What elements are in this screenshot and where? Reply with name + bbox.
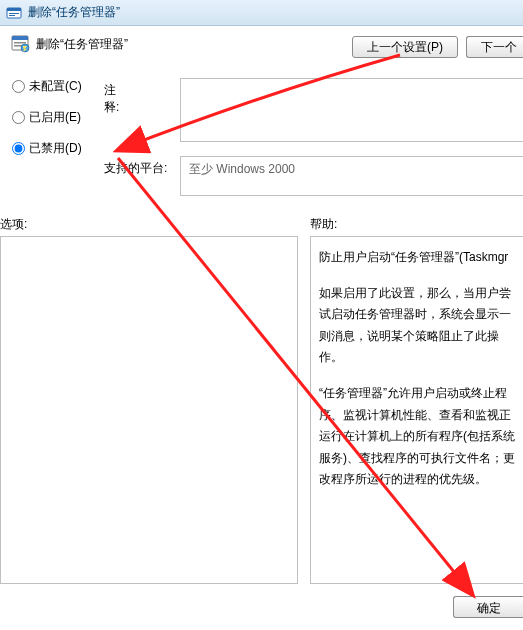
window-title: 删除“任务管理器” [28,4,120,21]
radio-enabled[interactable]: 已启用(E) [12,109,82,126]
policy-title: 删除“任务管理器” [36,36,128,53]
comment-label: 注释: [104,82,119,116]
radio-not-configured-input[interactable] [12,80,25,93]
next-setting-button[interactable]: 下一个 [466,36,523,58]
comment-field[interactable] [180,78,523,142]
radio-not-configured[interactable]: 未配置(C) [12,78,82,95]
nav-buttons: 上一个设置(P) 下一个 [352,36,523,58]
prev-setting-button[interactable]: 上一个设置(P) [352,36,458,58]
platform-label: 支持的平台: [104,160,167,177]
svg-rect-2 [9,13,19,14]
help-paragraph-1: 防止用户启动“任务管理器”(Taskmgr [319,247,515,269]
policy-icon [10,34,30,54]
platform-value: 至少 Windows 2000 [189,162,295,176]
radio-disabled[interactable]: 已禁用(D) [12,140,82,157]
svg-rect-6 [14,42,26,44]
ok-button[interactable]: 确定 [453,596,523,618]
radio-not-configured-label: 未配置(C) [29,78,82,95]
radio-disabled-label: 已禁用(D) [29,140,82,157]
help-section-label: 帮助: [310,216,337,233]
radio-enabled-label: 已启用(E) [29,109,81,126]
help-paragraph-2: 如果启用了此设置，那么，当用户尝试启动任务管理器时，系统会显示一则消息，说明某个… [319,283,515,369]
supported-platform-field: 至少 Windows 2000 [180,156,523,196]
radio-enabled-input[interactable] [12,111,25,124]
title-bar: 删除“任务管理器” [0,0,523,26]
radio-disabled-input[interactable] [12,142,25,155]
help-paragraph-3: “任务管理器”允许用户启动或终止程序、监视计算机性能、查看和监视正运行在计算机上… [319,383,515,491]
dialog-buttons: 确定 [453,596,523,618]
help-pane: 防止用户启动“任务管理器”(Taskmgr 如果启用了此设置，那么，当用户尝试启… [310,236,523,584]
app-icon [6,5,22,21]
svg-rect-3 [9,15,15,16]
svg-rect-7 [14,45,22,47]
options-pane [0,236,298,584]
options-section-label: 选项: [0,216,27,233]
svg-rect-5 [12,36,28,40]
state-radio-group: 未配置(C) 已启用(E) 已禁用(D) [12,78,82,157]
svg-rect-1 [7,8,21,11]
